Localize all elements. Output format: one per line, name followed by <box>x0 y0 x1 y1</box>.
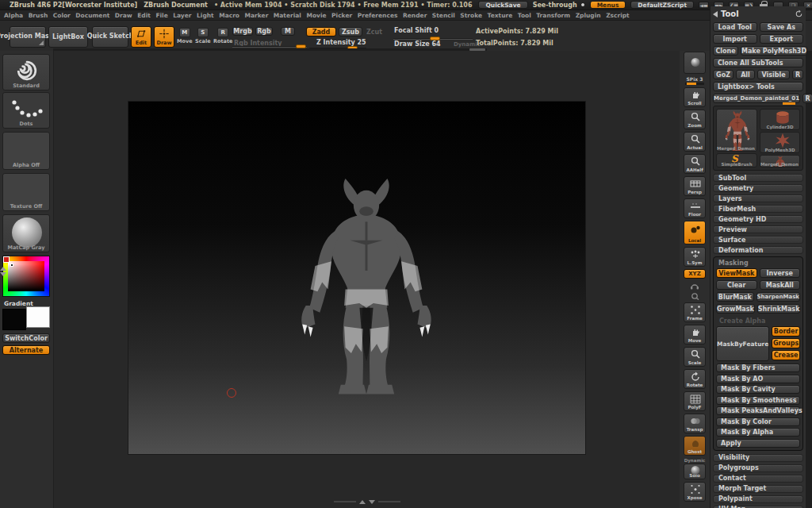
default-zscript-button[interactable]: DefaultZScript <box>630 1 694 9</box>
active-tool-thumbnail[interactable]: Merged_Demon_pai <box>716 109 757 152</box>
demon-small-tool[interactable]: Merged_Demon_pai <box>760 155 800 167</box>
demon-model[interactable] <box>297 175 436 397</box>
apply-button[interactable]: Apply <box>716 439 800 448</box>
tray-arrow-up-icon[interactable] <box>0 267 6 271</box>
scale-mode-button[interactable]: SScale <box>195 28 211 44</box>
goz-button[interactable]: GoZ <box>713 70 733 79</box>
projection-master-button[interactable]: Projection Master <box>10 26 46 48</box>
bpr-render-button[interactable] <box>684 52 706 74</box>
section-fibermesh[interactable]: FiberMesh <box>713 205 803 213</box>
maskall-button[interactable]: MaskAll <box>760 280 801 290</box>
left-tray-divider[interactable] <box>0 267 6 276</box>
menu-item[interactable]: Light <box>197 12 214 19</box>
scale-view-button[interactable]: Scale <box>684 347 706 367</box>
menu-item[interactable]: Color <box>53 12 71 19</box>
menu-item[interactable]: Transform <box>536 12 570 19</box>
menu-item[interactable]: Document <box>75 12 109 19</box>
collapse-chevron-icon[interactable] <box>713 11 718 17</box>
frame-button[interactable]: Frame <box>684 302 706 322</box>
draw-mode-button[interactable]: Draw <box>154 26 174 48</box>
loop-icon[interactable] <box>690 292 699 300</box>
section-deformation[interactable]: Deformation <box>713 246 803 254</box>
local-pivot-button[interactable]: Local <box>684 221 706 244</box>
section-contact[interactable]: Contact <box>713 475 803 483</box>
menu-item[interactable]: Macro <box>219 12 239 19</box>
sculpt-canvas[interactable] <box>128 101 586 455</box>
menu-item[interactable]: Marker <box>245 12 269 19</box>
menu-item[interactable]: Draw <box>115 12 132 19</box>
section-subtool[interactable]: SubTool <box>713 174 803 182</box>
make-polymesh3d-button[interactable]: Make PolyMesh3D <box>741 46 807 56</box>
section-preview[interactable]: Preview <box>713 225 803 233</box>
mask-by-feature-button[interactable]: MaskByFeature <box>716 326 769 361</box>
clone-all-subtools-button[interactable]: Clone All SubTools <box>713 58 803 67</box>
polymesh3d-tool[interactable]: PolyMesh3D <box>760 132 800 153</box>
transparency-button[interactable]: Transp <box>684 414 706 433</box>
menu-item[interactable]: Material <box>274 12 301 19</box>
actual-size-button[interactable]: Actual <box>684 132 706 152</box>
menus-toggle-button[interactable]: Menus <box>590 1 626 9</box>
menu-item[interactable]: Render <box>403 12 427 19</box>
rgb-intensity-slider[interactable] <box>232 46 307 48</box>
mask-by-fibers-button[interactable]: Mask By Fibers <box>716 364 800 372</box>
ghost-button[interactable]: Ghost <box>684 436 706 456</box>
spix-track[interactable] <box>685 83 704 85</box>
section-morph-target[interactable]: Morph Target <box>713 485 803 493</box>
crease-button[interactable]: Crease <box>772 350 800 360</box>
texture-button[interactable]: Texture Off <box>2 173 50 211</box>
menu-item[interactable]: Stencil <box>432 12 455 19</box>
section-uv-map[interactable]: UV Map <box>713 506 803 508</box>
focal-shift-slider[interactable] <box>393 38 473 40</box>
sharpenmask-button[interactable]: SharpenMask <box>756 292 800 302</box>
menu-item[interactable]: Tool <box>518 12 531 19</box>
floor-grid-button[interactable]: Floor <box>684 198 706 218</box>
section-geometry-hd[interactable]: Geometry HD <box>713 215 803 223</box>
spix-handle[interactable] <box>687 83 696 85</box>
solo-button[interactable]: Solo <box>684 464 706 479</box>
quick-sketch-button[interactable]: Quick Sketch <box>92 26 128 48</box>
mask-by-alpha-button[interactable]: Mask By Alpha <box>716 428 800 437</box>
section-polygroups[interactable]: Polygroups <box>713 464 803 472</box>
document-area[interactable] <box>53 51 680 508</box>
current-brush-button[interactable]: Standard <box>2 54 50 90</box>
main-color-swatch[interactable] <box>2 309 26 330</box>
shrinkmask-button[interactable]: ShrinkMask <box>757 304 801 314</box>
move-view-button[interactable]: Move <box>684 325 706 344</box>
border-button[interactable]: Border <box>772 326 800 337</box>
section-geometry[interactable]: Geometry <box>713 184 803 192</box>
mask-by-color-button[interactable]: Mask By Color <box>716 418 800 426</box>
color-picker[interactable] <box>2 256 50 297</box>
menu-item[interactable]: Edit <box>137 12 151 19</box>
bottom-tray-divider[interactable] <box>54 498 680 505</box>
import-button[interactable]: Import <box>713 34 757 44</box>
polyframe-button[interactable]: PolyF <box>684 391 706 411</box>
rotate-view-button[interactable]: Rotate <box>684 369 706 389</box>
perspective-button[interactable]: Persp <box>684 176 706 196</box>
section-polypaint[interactable]: Polypaint <box>713 495 803 503</box>
goz-visible-button[interactable]: Visible <box>757 70 790 79</box>
mask-by-cavity-button[interactable]: Mask By Cavity <box>716 385 800 394</box>
load-tool-button[interactable]: Load Tool <box>713 22 757 32</box>
scroll-button[interactable]: Scroll <box>684 87 706 107</box>
inverse-button[interactable]: Inverse <box>760 268 801 278</box>
simplebrush-tool[interactable]: S SimpleBrush <box>716 153 757 167</box>
section-visibility[interactable]: Visibility <box>713 454 803 462</box>
zadd-button[interactable]: Zadd <box>306 27 336 37</box>
mrgb-button[interactable]: Mrgb <box>232 27 253 36</box>
goz-r-button[interactable]: R <box>792 70 803 79</box>
zsub-button[interactable]: Zsub <box>339 27 362 37</box>
alpha-button[interactable]: Alpha Off <box>2 132 50 170</box>
divider-arrow-up-icon[interactable] <box>359 500 366 504</box>
menu-item[interactable]: Zscript <box>606 12 630 19</box>
goz-all-button[interactable]: All <box>736 70 755 79</box>
menu-item[interactable]: File <box>155 12 167 19</box>
menu-item[interactable]: Brush <box>29 12 48 19</box>
edit-mode-button[interactable]: Edit <box>131 26 151 48</box>
mask-by-smoothness-button[interactable]: Mask By Smoothness <box>716 396 800 405</box>
see-through-handle[interactable] <box>580 2 585 7</box>
blurmask-button[interactable]: BlurMask <box>716 292 754 302</box>
local-symmetry-button[interactable]: L.Sym <box>684 247 706 267</box>
xyz-button[interactable]: XYZ <box>684 269 706 279</box>
cycle-arrow-icon[interactable] <box>795 10 803 18</box>
spix-slider[interactable]: SPix 3 <box>684 76 706 85</box>
